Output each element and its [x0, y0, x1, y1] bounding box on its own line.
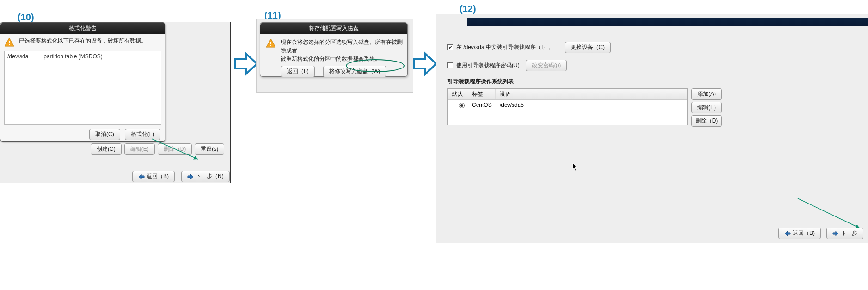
use-password-checkbox[interactable]	[447, 62, 453, 68]
svg-rect-0	[9, 41, 10, 43]
top-band	[467, 18, 868, 26]
next-button-12[interactable]: 下一步	[826, 228, 863, 239]
device-name: /dev/sda	[7, 53, 42, 60]
write-to-disk-button[interactable]: 将修改写入磁盘（W)	[323, 66, 386, 77]
os-table: 默认 标签 设备 CentOS /dev/sda5	[447, 88, 688, 125]
change-password-button: 改变密码(p)	[526, 60, 567, 71]
step-label-12: (12)	[459, 4, 476, 14]
back-button-12[interactable]: 返回（B)	[778, 228, 821, 239]
add-os-button[interactable]: 添加(A)	[691, 88, 722, 100]
install-bootloader-checkbox[interactable]	[447, 44, 453, 50]
flow-arrow-1	[233, 51, 259, 77]
th-device: 设备	[496, 89, 687, 99]
next-label-12: 下一步	[841, 229, 857, 237]
install-bootloader-row: 在 /dev/sda 中安装引导装载程序（I）。 更换设备（C)	[447, 42, 868, 53]
edit-os-button[interactable]: 编辑(E)	[691, 102, 722, 113]
back-label-12: 返回（B)	[793, 229, 815, 237]
step-label-10: (10)	[18, 12, 34, 23]
chk1-prefix: 在	[456, 44, 463, 50]
write-to-disk-dialog: 将存储配置写入磁盘 现在会将您选择的分区选项写入磁盘。所有在被删除或者 被重新格…	[260, 22, 408, 77]
next-button-10[interactable]: 下一步（N)	[181, 171, 230, 182]
delete-os-button[interactable]: 删除（D)	[691, 115, 722, 127]
annotation-arrow-2	[795, 196, 864, 233]
row-device: /dev/sda5	[500, 102, 684, 108]
arrow-right-icon	[832, 231, 839, 236]
next-label: 下一步（N)	[196, 173, 224, 180]
flow-arrow-2	[412, 51, 438, 77]
change-device-button[interactable]: 更换设备（C)	[565, 42, 611, 53]
dialog10-device-list: /dev/sda partition table (MSDOS)	[4, 51, 161, 125]
default-radio[interactable]	[459, 103, 465, 108]
device-desc: partition table (MSDOS)	[43, 53, 102, 60]
svg-rect-1	[9, 44, 10, 45]
arrow-right-icon	[187, 174, 194, 179]
back-button-10[interactable]: 返回（B)	[132, 171, 175, 182]
os-table-header: 默认 标签 设备	[448, 89, 687, 100]
format-warning-dialog: 格式化警告 已选择要格式化以下已存在的设备，破坏所有数据。 /dev/sda p…	[0, 22, 165, 142]
warning-icon	[265, 38, 277, 49]
dialog11-title: 将存储配置写入磁盘	[260, 23, 407, 34]
svg-line-5	[798, 198, 860, 228]
bootloader-password-row: 使用引导装载程序密码(U) 改变密码(p)	[447, 60, 868, 71]
arrow-left-icon	[138, 174, 145, 179]
table-row[interactable]: CentOS /dev/sda5	[448, 100, 687, 110]
arrow-left-icon	[784, 231, 791, 236]
th-label: 标签	[468, 89, 496, 99]
chk1-mid: /dev/sda 中安装引导装载程序（I）。	[463, 44, 554, 50]
create-button[interactable]: 创建(C)	[91, 143, 122, 155]
msg-line1: 现在会将您选择的分区选项写入磁盘。所有在被删除或者	[281, 38, 403, 55]
svg-rect-3	[270, 42, 271, 44]
annotation-arrow-1	[148, 137, 203, 163]
chk1-label: 在 /dev/sda 中安装引导装载程序（I）。	[456, 43, 554, 51]
os-list-label: 引导装载程序操作系统列表	[447, 78, 868, 86]
dialog11-message: 现在会将您选择的分区选项写入磁盘。所有在被删除或者 被重新格式化的分区中的数据都…	[281, 38, 403, 63]
chk2-label: 使用引导装载程序密码(U)	[456, 62, 520, 69]
dialog10-title: 格式化警告	[0, 23, 165, 34]
cursor-icon	[572, 163, 579, 171]
row-label: CentOS	[472, 102, 500, 108]
cancel-button[interactable]: 取消(C)	[89, 129, 120, 140]
dialog11-back-button[interactable]: 返回（b)	[281, 66, 315, 77]
th-default: 默认	[448, 89, 468, 99]
back-label: 返回（B)	[147, 173, 169, 180]
msg-line2: 被重新格式化的分区中的数据都会丢失。	[281, 55, 403, 63]
warning-icon	[3, 37, 15, 48]
nav-row-10: 返回（B) 下一步（N)	[132, 171, 230, 182]
os-side-buttons: 添加(A) 编辑(E) 删除（D)	[691, 88, 722, 127]
bootloader-config-panel: 在 /dev/sda 中安装引导装载程序（I）。 更换设备（C) 使用引导装载程…	[436, 14, 868, 243]
svg-rect-4	[270, 45, 271, 46]
dialog10-message: 已选择要格式化以下已存在的设备，破坏所有数据。	[19, 37, 147, 48]
svg-line-2	[152, 139, 198, 159]
